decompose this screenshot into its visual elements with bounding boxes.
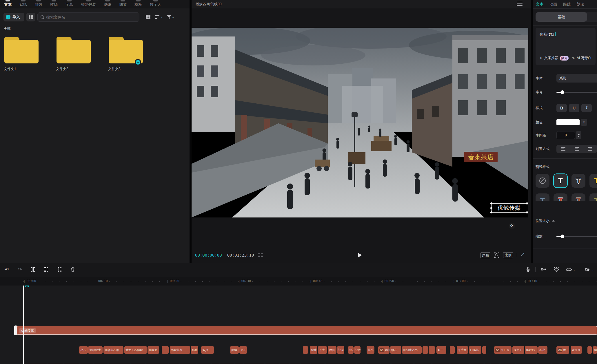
magnetic-snap-button[interactable] (553, 266, 559, 273)
subtitle-clip[interactable] (429, 346, 435, 354)
align-left-button[interactable] (556, 145, 570, 153)
tab-贴纸[interactable]: 贴纸 (19, 0, 27, 7)
subtitle-clip[interactable]: 令千 (318, 346, 327, 354)
inspector-tab-文本[interactable]: 文本 (536, 2, 543, 7)
subtitle-clip[interactable]: Aa求 (556, 346, 569, 354)
subtitle-clip[interactable] (303, 346, 308, 354)
subtitle-clip[interactable]: 师傅 (230, 346, 239, 354)
preset-text-style[interactable]: T (589, 174, 597, 188)
subtitle-clip[interactable]: 弟子 (239, 346, 247, 354)
search-box[interactable] (37, 12, 139, 22)
selection-handle[interactable] (490, 211, 492, 213)
subtitle-clip[interactable] (482, 346, 486, 354)
preset-text-style[interactable]: T (571, 193, 585, 201)
tab-模板[interactable]: 模板 (134, 0, 142, 7)
tab-智能包装[interactable]: 智能包装 (81, 0, 96, 7)
underline-button[interactable]: U (569, 104, 579, 112)
ai-write-button[interactable]: AI 写旁白 (577, 56, 591, 61)
preset-text-style[interactable]: T (554, 174, 567, 188)
tab-文本[interactable]: 文本 (4, 0, 12, 7)
subtitle-clip[interactable]: Aa哪来 (378, 346, 389, 354)
subtitle-clip[interactable]: 夜半子 (512, 346, 524, 354)
subtitle-clip[interactable]: 日落苏 (469, 346, 481, 354)
selection-handle[interactable] (490, 207, 492, 209)
auto-ripple-button[interactable] (541, 266, 547, 273)
subtitle-clip[interactable]: 此劫应在奉 (103, 346, 123, 354)
original-quality-button[interactable]: 原画 (480, 252, 490, 258)
subtitle-clip[interactable] (423, 346, 428, 354)
sort-button[interactable]: ⌄ (155, 15, 163, 19)
split-keep-right-button[interactable] (56, 266, 63, 273)
aspect-ratio-button[interactable]: 比例 (503, 252, 513, 258)
select-tool-button[interactable]: ⌄ (584, 266, 596, 273)
copy-suggest-button[interactable]: 文案推荐 (544, 56, 558, 61)
bold-button[interactable]: B (556, 104, 567, 112)
subtitle-clip[interactable]: 苏小 (367, 346, 374, 354)
subtitle-clip[interactable] (450, 346, 455, 354)
zoom-fit-icon[interactable] (494, 253, 499, 258)
selection-handle[interactable] (490, 202, 492, 204)
folder-item[interactable]: 文件夹2 (56, 37, 95, 72)
frame-columns-icon[interactable] (258, 253, 263, 257)
subtitle-clip[interactable]: 你命犯生 (88, 346, 103, 354)
import-button[interactable]: + 导入 (3, 13, 24, 21)
subtitle-clip[interactable]: 老夫原 (571, 346, 582, 354)
tab-basic[interactable]: 基础 (536, 12, 587, 22)
subtitle-clip[interactable] (162, 346, 169, 354)
text-track-left-handle[interactable] (14, 325, 17, 335)
subtitle-clip[interactable]: 还没 (354, 346, 361, 354)
scale-slider[interactable] (556, 236, 597, 237)
split-button[interactable] (30, 266, 36, 273)
italic-button[interactable]: I (581, 104, 592, 112)
text-content-box[interactable]: 优鲸传媒 ✦ 文案推荐 限免 ✎ AI 写旁白 (536, 28, 596, 65)
subtitle-clip[interactable]: 小八 (79, 346, 88, 354)
subtitle-clip[interactable]: 可知我乃奉 (402, 346, 422, 354)
tab-数字人[interactable]: 数字人 (150, 0, 161, 7)
subtitle-clip[interactable]: 好一 (436, 346, 446, 354)
text-overlay-selection[interactable]: 优鲸传媒 (491, 203, 527, 213)
subtitle-clip[interactable]: Aa今日是 (494, 346, 512, 354)
selection-handle[interactable] (526, 211, 528, 213)
search-input[interactable] (46, 15, 136, 19)
color-dropdown-caret[interactable]: ▼ (581, 119, 587, 126)
folder-item[interactable]: +文件夹3 (108, 37, 147, 72)
add-to-track-icon[interactable]: + (135, 59, 141, 65)
position-section-label[interactable]: 位置大小 (536, 219, 555, 224)
undo-button[interactable]: ↶ (3, 266, 10, 273)
timeline-ruler[interactable]: 00:0000:1000:2000:3000:4000:5001:0001:10 (0, 277, 597, 286)
preset-none[interactable] (536, 174, 549, 188)
align-right-button[interactable] (583, 145, 597, 153)
hamburger-menu-icon[interactable] (517, 2, 523, 6)
inspector-tab-动画[interactable]: 动画 (549, 2, 557, 7)
subtitle-clip[interactable]: 你需要 (148, 346, 159, 354)
rotate-handle-icon[interactable]: ⟳ (509, 223, 515, 229)
subtitle-clip[interactable]: 令千金 (457, 346, 468, 354)
subtitle-clip[interactable]: 苏小 (538, 346, 547, 354)
overlay-text[interactable]: 优鲸传媒 (498, 204, 521, 212)
text-value[interactable]: 优鲸传媒 (540, 32, 555, 36)
tab-特效[interactable]: 特效 (35, 0, 42, 7)
tab-字幕[interactable]: 字幕 (65, 0, 73, 7)
redo-button[interactable]: ↷ (17, 266, 23, 273)
subtitle-clip[interactable]: 但 (593, 346, 597, 354)
split-keep-left-button[interactable] (43, 266, 49, 273)
material-layout-button[interactable] (26, 13, 35, 21)
slider-thumb[interactable] (560, 90, 564, 94)
color-swatch[interactable] (556, 119, 580, 125)
play-button[interactable] (358, 253, 362, 257)
tab-转场[interactable]: 转场 (50, 0, 58, 7)
marker-flag-icon[interactable] (25, 286, 29, 287)
subtitle-clip[interactable]: 他女儿苏倾城 (124, 346, 147, 354)
inspector-tab-朗读[interactable]: 朗读 (577, 2, 584, 7)
folder-item[interactable]: 文件夹1 (4, 37, 43, 72)
preset-text-style[interactable]: T (571, 174, 585, 188)
spacing-stepper[interactable] (576, 131, 581, 139)
letter-spacing-input[interactable]: 0 (556, 131, 575, 139)
subtitle-clip[interactable] (587, 346, 592, 354)
fullscreen-icon[interactable] (521, 253, 525, 257)
grid-view-button[interactable] (146, 15, 150, 19)
record-voiceover-button[interactable] (525, 266, 532, 273)
subtitle-clip[interactable]: 还是 (337, 346, 344, 354)
video-viewport[interactable]: 春來茶店 (192, 28, 528, 217)
subtitle-clip[interactable]: 多少 (201, 346, 214, 354)
